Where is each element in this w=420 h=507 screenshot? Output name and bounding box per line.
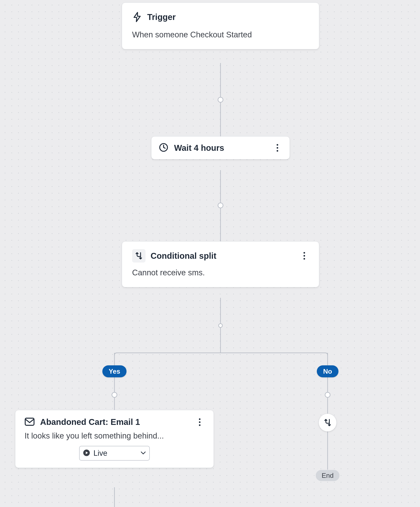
branch-no-pill[interactable]: No (317, 366, 338, 377)
mail-icon (25, 417, 35, 427)
svg-point-21 (199, 421, 201, 423)
play-circle-icon (83, 449, 90, 457)
svg-point-17 (303, 255, 305, 257)
svg-rect-19 (25, 418, 34, 425)
split-icon (132, 249, 146, 262)
split-card-header: Conditional split (132, 249, 309, 262)
end-badge: End (316, 470, 340, 481)
wait-card[interactable]: Wait 4 hours (151, 136, 290, 159)
split-more-button[interactable] (300, 251, 309, 261)
wait-card-left: Wait 4 hours (159, 143, 224, 153)
svg-point-18 (303, 258, 305, 260)
split-description: Cannot receive sms. (132, 268, 309, 278)
wait-title: Wait 4 hours (174, 143, 224, 153)
svg-point-13 (277, 144, 278, 146)
trigger-title: Trigger (147, 12, 176, 22)
svg-point-20 (199, 418, 201, 420)
lightning-icon (132, 10, 142, 24)
email-status-label: Live (93, 449, 107, 458)
trigger-card-header: Trigger (132, 10, 309, 24)
add-split-button[interactable] (319, 414, 337, 432)
svg-point-15 (277, 150, 278, 152)
svg-point-16 (303, 252, 305, 254)
email-step-title: Abandoned Cart: Email 1 (40, 417, 140, 427)
email-step-description: It looks like you left something behind.… (25, 431, 204, 440)
email-more-button[interactable] (195, 417, 204, 427)
email-card-header: Abandoned Cart: Email 1 (25, 417, 204, 427)
wait-more-button[interactable] (273, 143, 282, 153)
branch-yes-pill[interactable]: Yes (102, 366, 126, 377)
trigger-description: When someone Checkout Started (132, 30, 309, 40)
split-title: Conditional split (151, 251, 216, 261)
svg-marker-11 (134, 12, 140, 22)
clock-icon (159, 143, 168, 153)
conditional-split-card[interactable]: Conditional split Cannot receive sms. (122, 241, 319, 287)
email-step-card[interactable]: Abandoned Cart: Email 1 It looks like yo… (15, 410, 214, 468)
svg-point-22 (199, 424, 201, 426)
chevron-down-icon (140, 451, 146, 456)
trigger-card[interactable]: Trigger When someone Checkout Started (122, 2, 319, 49)
svg-point-14 (277, 147, 278, 149)
email-status-dropdown[interactable]: Live (79, 446, 150, 461)
